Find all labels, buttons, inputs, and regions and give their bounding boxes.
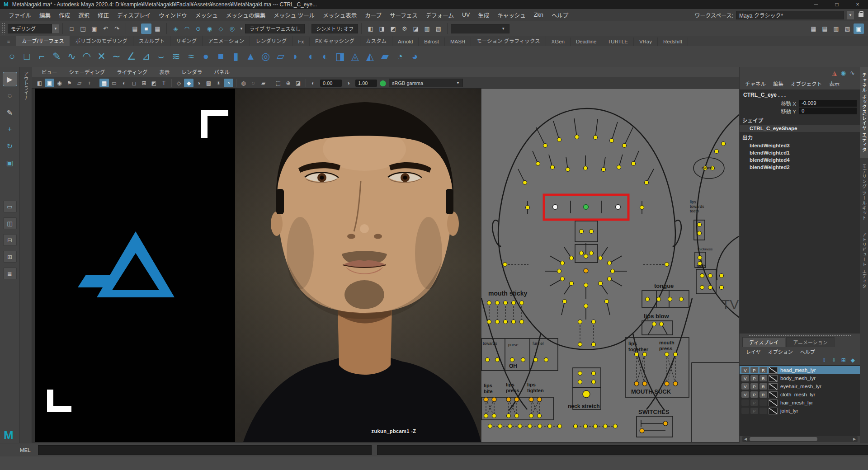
lights-icon[interactable]: ☀ — [214, 79, 223, 87]
facial-control-dot[interactable] — [578, 371, 582, 376]
attribute-value-field[interactable]: -0.009 — [799, 100, 857, 107]
layer-editor-tab[interactable]: アニメーション — [786, 337, 835, 347]
channel-box-menu-item[interactable]: オブジェクト — [787, 79, 826, 88]
motion-blur-icon[interactable]: ◌ — [249, 79, 258, 87]
facial-control-dot[interactable] — [608, 261, 612, 265]
facial-control-dot-orange[interactable] — [642, 381, 647, 386]
facial-control-dot[interactable] — [486, 358, 490, 362]
bezier-curve-tool-icon[interactable]: ◠ — [79, 47, 94, 66]
safe-action-icon[interactable]: ◩ — [149, 79, 159, 87]
facial-control-dot[interactable] — [715, 150, 719, 154]
panel-menu-item[interactable]: ライティング — [111, 67, 153, 76]
birail-icon[interactable]: ◬ — [348, 47, 363, 66]
facial-control-dot[interactable] — [608, 277, 612, 281]
menu-item[interactable]: ウィンドウ — [155, 9, 191, 21]
selected-node-name[interactable]: CTRL_C_eye . . . — [740, 89, 860, 99]
nurbs-cube-icon[interactable]: ■ — [213, 47, 228, 66]
rebuild-curve-icon[interactable]: ≈ — [184, 47, 198, 66]
bevel-plus-icon[interactable]: ▰ — [377, 47, 392, 66]
facial-control-dot[interactable] — [578, 380, 582, 384]
lock-camera-icon[interactable]: ▣ — [45, 79, 54, 87]
ipr-render-icon[interactable]: ◨ — [377, 24, 387, 34]
extrude-icon[interactable]: ◨ — [333, 47, 348, 66]
facial-control-dot[interactable] — [551, 165, 555, 169]
facial-control-dot[interactable] — [698, 223, 702, 227]
nurbs-torus-icon[interactable]: ◎ — [258, 47, 273, 66]
facial-control-dot[interactable] — [526, 206, 530, 210]
move-tool[interactable]: + — [3, 122, 17, 136]
humanik-toggle-icon[interactable]: ▤ — [820, 24, 830, 34]
facial-control-dot[interactable] — [487, 301, 491, 305]
select-component-icon[interactable]: ▦ — [152, 24, 163, 34]
channel-box-menu-item[interactable]: チャネル — [741, 79, 769, 88]
facial-control-dot-orange[interactable] — [514, 397, 519, 402]
panel-menu-item[interactable]: パネル — [208, 67, 236, 76]
symmetry-field[interactable]: シンメトリ: オフ — [311, 24, 358, 33]
facial-control-dot-orange[interactable] — [484, 397, 488, 402]
facial-control-dot[interactable] — [584, 166, 588, 170]
layer-color-swatch[interactable] — [769, 367, 778, 374]
layer-playback-toggle[interactable]: P — [750, 383, 758, 390]
tool-settings-toggle-icon[interactable]: ▧ — [842, 24, 853, 34]
output-node[interactable]: blendWeighted2 — [740, 164, 860, 171]
facial-control-dot-orange[interactable] — [492, 397, 496, 402]
facial-control-dot[interactable] — [515, 414, 519, 418]
loft-icon[interactable]: ◖ — [303, 47, 318, 66]
facial-control-dot[interactable] — [635, 352, 639, 357]
layer-row[interactable]: VPReyehair_mesh_lyr — [740, 382, 860, 390]
facial-control-dot[interactable] — [561, 277, 565, 281]
scroll-right-icon[interactable]: ▶ — [851, 437, 858, 441]
menu-set-selector[interactable]: モデリング — [8, 24, 52, 33]
side-tab[interactable]: チャネル ボックス/レイヤ エディタ — [860, 67, 868, 158]
layout-single-pane[interactable]: ▭ — [3, 201, 17, 212]
render-sequence-icon[interactable]: ◩ — [388, 24, 398, 34]
facial-control-dot[interactable] — [611, 269, 615, 273]
facial-control-dot-orange[interactable] — [584, 268, 588, 273]
open-scene-icon[interactable]: ◳ — [78, 24, 88, 34]
layer-menu-item[interactable]: オプション — [764, 348, 797, 356]
nurbs-cylinder-icon[interactable]: ▮ — [228, 47, 243, 66]
channel-box-menu-item[interactable]: 編集 — [769, 79, 787, 88]
camera-attributes-icon[interactable]: ◉ — [55, 79, 64, 87]
facial-control-dot[interactable] — [504, 301, 508, 305]
command-result-field[interactable] — [377, 445, 868, 455]
close-button[interactable]: × — [847, 0, 868, 9]
wireframe-on-shaded-icon[interactable]: ▩ — [204, 79, 213, 87]
attribute-value-field[interactable]: 0 — [799, 108, 857, 114]
shelf-tab[interactable]: Bifrost — [419, 38, 445, 46]
nurbs-square-icon[interactable]: □ — [19, 47, 34, 66]
panel-splitter[interactable] — [740, 334, 860, 337]
facial-control-dot[interactable] — [594, 424, 598, 428]
layer-color-swatch[interactable] — [769, 391, 778, 398]
curve-intersect-icon[interactable]: ✕ — [94, 47, 109, 66]
layer-visibility-toggle[interactable]: V — [741, 375, 749, 381]
facial-control-dot[interactable] — [487, 320, 491, 324]
facial-control-dot[interactable] — [561, 261, 565, 265]
layout-two-pane[interactable]: ◫ — [3, 217, 17, 229]
menu-item[interactable]: 作成 — [55, 9, 74, 21]
facial-control-dot[interactable] — [523, 181, 527, 185]
facial-control-dot[interactable] — [504, 320, 508, 324]
shelf-tab[interactable]: XGen — [546, 38, 571, 46]
facial-control-dot[interactable] — [495, 320, 500, 324]
exposure-icon[interactable]: ◐ — [308, 79, 318, 87]
facial-control-dot[interactable] — [495, 358, 500, 362]
layout-outliner-persp[interactable]: ≣ — [3, 268, 17, 279]
nurbs-sphere-icon[interactable]: ● — [198, 47, 213, 66]
facial-control-dot[interactable] — [698, 256, 702, 260]
menu-item[interactable]: ファイル — [5, 9, 35, 21]
facial-control-dot[interactable] — [538, 414, 542, 418]
facial-control-dot[interactable] — [613, 424, 618, 428]
facial-control-dot[interactable] — [498, 424, 502, 428]
channel-box-toggle-icon[interactable]: ▣ — [854, 24, 864, 34]
facial-control-dot[interactable] — [538, 424, 542, 428]
nurbs-circle-icon[interactable]: ○ — [5, 47, 19, 66]
isolate-select-icon[interactable]: ⬚ — [274, 79, 283, 87]
gamma-field[interactable]: 1.00 — [355, 80, 377, 87]
render-current-frame-icon[interactable]: ◧ — [365, 24, 376, 34]
undo-icon[interactable]: ↶ — [100, 24, 111, 34]
menu-item[interactable]: カーブ — [361, 9, 386, 21]
status-grip[interactable] — [2, 23, 6, 34]
cv-curve-tool-icon[interactable]: ⌐ — [34, 47, 49, 66]
shelf-menu-icon[interactable]: ≡ — [5, 38, 13, 45]
